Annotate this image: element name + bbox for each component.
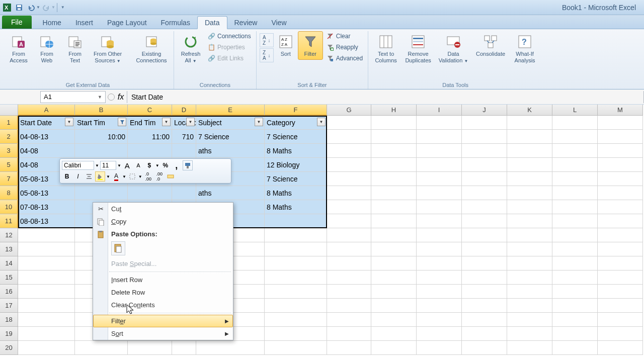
cell[interactable] — [265, 313, 327, 327]
cell[interactable] — [507, 144, 552, 158]
cell[interactable] — [462, 256, 507, 270]
cell[interactable] — [327, 228, 371, 242]
cell[interactable] — [327, 270, 371, 285]
cell[interactable] — [417, 256, 462, 270]
cell[interactable] — [462, 158, 507, 172]
cell[interactable] — [327, 116, 371, 130]
grow-font-icon[interactable]: A — [122, 160, 132, 170]
column-header[interactable]: M — [598, 105, 643, 116]
data-tab[interactable]: Data — [197, 16, 227, 29]
cell[interactable] — [327, 256, 371, 270]
cell[interactable] — [598, 299, 643, 313]
cell[interactable] — [598, 186, 643, 200]
column-header[interactable]: L — [552, 105, 598, 116]
cell[interactable] — [552, 144, 598, 158]
pagelayout-tab[interactable]: Page Layout — [100, 17, 154, 29]
mini-font-input[interactable] — [62, 161, 94, 170]
cell[interactable] — [552, 313, 598, 327]
home-tab[interactable]: Home — [36, 17, 68, 29]
cell[interactable] — [327, 341, 371, 355]
cell[interactable] — [371, 270, 417, 285]
column-header[interactable]: J — [462, 105, 507, 116]
advanced-button[interactable]: Advanced — [324, 53, 365, 63]
column-header[interactable]: D — [172, 105, 196, 116]
cell[interactable] — [417, 299, 462, 313]
cell[interactable] — [552, 256, 598, 270]
cell[interactable] — [172, 341, 196, 355]
cell[interactable] — [265, 214, 327, 228]
cell[interactable] — [552, 327, 598, 341]
cell[interactable] — [598, 144, 643, 158]
cell[interactable]: 8 Maths — [265, 186, 327, 200]
cell[interactable] — [327, 200, 371, 214]
cell[interactable] — [598, 327, 643, 341]
cell[interactable] — [507, 116, 552, 130]
cell[interactable] — [507, 299, 552, 313]
cell[interactable] — [598, 341, 643, 355]
cell[interactable] — [462, 144, 507, 158]
cell[interactable] — [598, 270, 643, 285]
bold-icon[interactable]: B — [62, 171, 72, 182]
cell[interactable] — [462, 200, 507, 214]
row-header[interactable]: 11 — [0, 214, 18, 228]
review-tab[interactable]: Review — [227, 17, 265, 29]
cell[interactable] — [327, 299, 371, 313]
header-cell[interactable]: Start Tim — [75, 116, 128, 130]
cell[interactable] — [128, 186, 172, 200]
cell[interactable]: 7 Science — [196, 130, 265, 144]
insert-tab[interactable]: Insert — [68, 17, 100, 29]
row-header[interactable]: 2 — [0, 130, 18, 144]
cell[interactable] — [507, 130, 552, 144]
cell[interactable] — [552, 186, 598, 200]
filter-dropdown-icon[interactable]: ▼ — [186, 118, 195, 126]
cell[interactable] — [462, 299, 507, 313]
cell[interactable] — [598, 130, 643, 144]
cell[interactable] — [265, 256, 327, 270]
cell[interactable] — [417, 313, 462, 327]
from-web-button[interactable]: From Web — [33, 31, 60, 66]
cell[interactable]: 04-08 — [18, 144, 75, 158]
cell[interactable] — [507, 256, 552, 270]
cell[interactable] — [265, 327, 327, 341]
cell[interactable] — [371, 299, 417, 313]
filter-dropdown-icon[interactable]: ▼ — [65, 118, 73, 126]
row-header[interactable]: 15 — [0, 270, 18, 285]
cell[interactable] — [371, 172, 417, 186]
column-header[interactable]: E — [196, 105, 265, 116]
sort-asc-button[interactable]: AZ↓ — [260, 33, 274, 47]
row-header[interactable]: 18 — [0, 313, 18, 327]
cell[interactable] — [552, 158, 598, 172]
ctx-filter[interactable]: Filter▶ — [93, 315, 233, 327]
ctx-sort[interactable]: Sort▶ — [93, 327, 233, 340]
cell[interactable] — [172, 186, 196, 200]
cell[interactable] — [417, 158, 462, 172]
cell[interactable] — [507, 186, 552, 200]
accounting-format-icon[interactable]: $ — [144, 160, 154, 170]
cell[interactable] — [18, 228, 75, 242]
reapply-button[interactable]: Reapply — [324, 42, 365, 52]
cell[interactable] — [327, 327, 371, 341]
name-box[interactable]: A1▼ — [40, 91, 106, 103]
cell[interactable] — [265, 270, 327, 285]
qat-undo-button[interactable] — [26, 2, 37, 13]
cell[interactable] — [417, 116, 462, 130]
cell[interactable] — [371, 144, 417, 158]
cell[interactable] — [507, 200, 552, 214]
qat-customize-icon[interactable]: ▼ — [61, 5, 65, 10]
cell[interactable] — [598, 285, 643, 299]
percent-format-icon[interactable]: % — [160, 160, 171, 170]
from-text-button[interactable]: From Text — [61, 31, 89, 66]
cell[interactable] — [18, 256, 75, 270]
cell[interactable] — [172, 144, 196, 158]
cell[interactable] — [371, 327, 417, 341]
cell[interactable] — [552, 299, 598, 313]
cell[interactable]: 10:00 — [75, 130, 128, 144]
cell[interactable] — [552, 172, 598, 186]
row-header[interactable]: 7 — [0, 172, 18, 186]
cell[interactable] — [265, 242, 327, 256]
cell[interactable] — [327, 158, 371, 172]
whatif-button[interactable]: ? What-If Analysis — [510, 31, 539, 66]
cell[interactable] — [371, 228, 417, 242]
cell[interactable] — [417, 285, 462, 299]
cell[interactable] — [507, 341, 552, 355]
